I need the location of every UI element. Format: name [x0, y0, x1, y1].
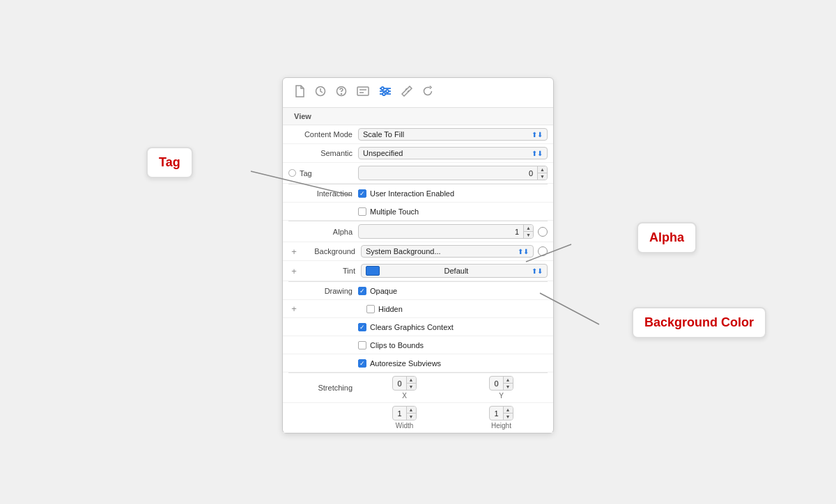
- stretch-h-inc[interactable]: ▲: [504, 407, 513, 414]
- file-icon[interactable]: [294, 85, 305, 100]
- clears-graphics-row: ✓ Clears Graphics Context: [283, 318, 553, 336]
- drawing-opaque-row: Drawing ✓ Opaque: [283, 282, 553, 300]
- tag-row: Tag 0 ▲ ▼: [283, 163, 553, 184]
- tint-label: Tint: [300, 267, 361, 275]
- attributes-icon[interactable]: [357, 86, 369, 99]
- user-interaction-row: ✓ User Interaction Enabled: [358, 189, 454, 198]
- tag-stepper[interactable]: 0 ▲ ▼: [358, 166, 548, 180]
- stretch-w-inc[interactable]: ▲: [407, 407, 416, 414]
- alpha-callout: Alpha: [637, 222, 697, 253]
- tag-content: 0 ▲ ▼: [358, 166, 548, 180]
- section-header: View: [283, 108, 553, 125]
- tag-decrement[interactable]: ▼: [538, 173, 547, 180]
- stretch-y-inc[interactable]: ▲: [504, 377, 513, 384]
- stretch-h-label: Height: [491, 422, 511, 430]
- autoresize-checkbox[interactable]: ✓: [358, 359, 366, 368]
- semantic-label: Semantic: [288, 149, 358, 157]
- opaque-label: Opaque: [370, 287, 397, 295]
- ruler-icon[interactable]: [401, 86, 412, 100]
- content-mode-select[interactable]: Scale To Fill ⬆⬇: [358, 128, 548, 141]
- stretch-y-dec[interactable]: ▼: [504, 384, 513, 390]
- tag-value: 0: [359, 168, 537, 179]
- stretch-w-label: Width: [396, 422, 414, 430]
- background-arrow: ⬆⬇: [518, 248, 529, 255]
- stretch-w-dec[interactable]: ▼: [407, 414, 416, 420]
- multiple-touch-row: Multiple Touch: [283, 203, 553, 221]
- clock-icon[interactable]: [315, 86, 326, 100]
- svg-point-9: [381, 87, 384, 90]
- content-mode-label: Content Mode: [288, 130, 358, 139]
- content-mode-row: Content Mode Scale To Fill ⬆⬇: [283, 125, 553, 144]
- user-interaction-label: User Interaction Enabled: [370, 189, 454, 198]
- stretch-w-stepper[interactable]: 1 ▲ ▼: [392, 406, 416, 420]
- semantic-arrow: ⬆⬇: [532, 150, 543, 157]
- tint-arrow: ⬆⬇: [532, 267, 543, 275]
- stretch-y-buttons: ▲ ▼: [503, 377, 513, 390]
- background-select[interactable]: System Background... ⬆⬇: [361, 245, 534, 258]
- background-color-indicator[interactable]: [538, 246, 548, 256]
- stretch-h-group: 1 ▲ ▼ Height: [455, 406, 548, 430]
- stretch-h-buttons: ▲ ▼: [503, 407, 513, 420]
- tint-row: + Tint Default ⬆⬇: [283, 261, 553, 281]
- tint-content: Default ⬆⬇: [361, 264, 548, 278]
- alpha-value: 1: [359, 226, 523, 237]
- refresh-icon[interactable]: [422, 86, 433, 100]
- clips-bounds-checkbox[interactable]: [358, 341, 366, 349]
- background-content: System Background... ⬆⬇: [361, 245, 548, 258]
- inspector-panel: View Content Mode Scale To Fill ⬆⬇ Seman…: [282, 77, 554, 434]
- alpha-row: Alpha 1 ▲ ▼: [283, 221, 553, 242]
- tag-callout: Tag: [146, 147, 193, 178]
- clips-bounds-checkbox-row: Clips to Bounds: [358, 341, 424, 349]
- tint-plus[interactable]: +: [288, 266, 300, 276]
- opaque-checkbox[interactable]: ✓: [358, 287, 366, 295]
- interaction-content: ✓ User Interaction Enabled: [358, 189, 548, 198]
- stretch-x-buttons: ▲ ▼: [406, 377, 416, 390]
- clears-graphics-checkbox-row: ✓ Clears Graphics Context: [358, 323, 454, 331]
- help-icon[interactable]: [336, 86, 347, 100]
- stretch-x-stepper[interactable]: 0 ▲ ▼: [392, 376, 416, 391]
- bg-color-callout-title: Background Color: [644, 315, 754, 329]
- stretch-y-label: Y: [499, 392, 504, 400]
- stretch-x-value: 0: [393, 378, 405, 389]
- stretch-x-dec[interactable]: ▼: [407, 384, 416, 390]
- semantic-select[interactable]: Unspecified ⬆⬇: [358, 147, 548, 159]
- alpha-stepper[interactable]: 1 ▲ ▼: [358, 224, 534, 239]
- alpha-decrement[interactable]: ▼: [524, 232, 533, 238]
- stretch-h-stepper[interactable]: 1 ▲ ▼: [489, 406, 513, 420]
- alpha-content: 1 ▲ ▼: [358, 224, 548, 239]
- stretch-x-inc[interactable]: ▲: [407, 377, 416, 384]
- svg-point-10: [386, 90, 389, 93]
- clips-bounds-content: Clips to Bounds: [358, 341, 548, 349]
- tint-swatch: [366, 266, 380, 276]
- stretch-y-stepper[interactable]: 0 ▲ ▼: [489, 376, 513, 391]
- alpha-color-indicator[interactable]: [538, 227, 548, 237]
- multiple-touch-label: Multiple Touch: [370, 207, 419, 216]
- stretch-x-group: 0 ▲ ▼ X: [358, 376, 451, 400]
- stretch-h-dec[interactable]: ▼: [504, 414, 513, 420]
- user-interaction-checkbox[interactable]: ✓: [358, 189, 366, 198]
- drawing-content: ✓ Opaque: [358, 287, 548, 295]
- tag-increment[interactable]: ▲: [538, 166, 547, 173]
- stretch-w-group: 1 ▲ ▼ Width: [358, 406, 451, 430]
- tag-radio-label: Tag: [288, 169, 358, 178]
- clears-graphics-checkbox[interactable]: ✓: [358, 323, 366, 331]
- background-row: + Background System Background... ⬆⬇: [283, 242, 553, 261]
- tint-value: Default: [444, 267, 469, 275]
- drawing-label: Drawing: [288, 287, 358, 295]
- content-mode-content: Scale To Fill ⬆⬇: [358, 128, 548, 141]
- background-label: Background: [300, 247, 361, 255]
- tag-radio[interactable]: [288, 169, 296, 177]
- alpha-increment[interactable]: ▲: [524, 225, 533, 232]
- multiple-touch-checkbox[interactable]: [358, 207, 366, 216]
- background-plus[interactable]: +: [288, 246, 300, 257]
- bg-color-callout: Background Color: [632, 307, 766, 338]
- hidden-checkbox-row: Hidden: [366, 305, 403, 313]
- stretching-row: Stretching 0 ▲ ▼ X 0: [283, 373, 553, 403]
- sliders-icon[interactable]: [379, 86, 392, 99]
- tag-label: Tag: [300, 169, 312, 178]
- hidden-plus[interactable]: +: [288, 304, 300, 314]
- alpha-stepper-buttons: ▲ ▼: [523, 225, 533, 238]
- interaction-row: Interaction ✓ User Interaction Enabled: [283, 184, 553, 203]
- tint-select[interactable]: Default ⬆⬇: [361, 264, 548, 278]
- hidden-checkbox[interactable]: [366, 305, 375, 313]
